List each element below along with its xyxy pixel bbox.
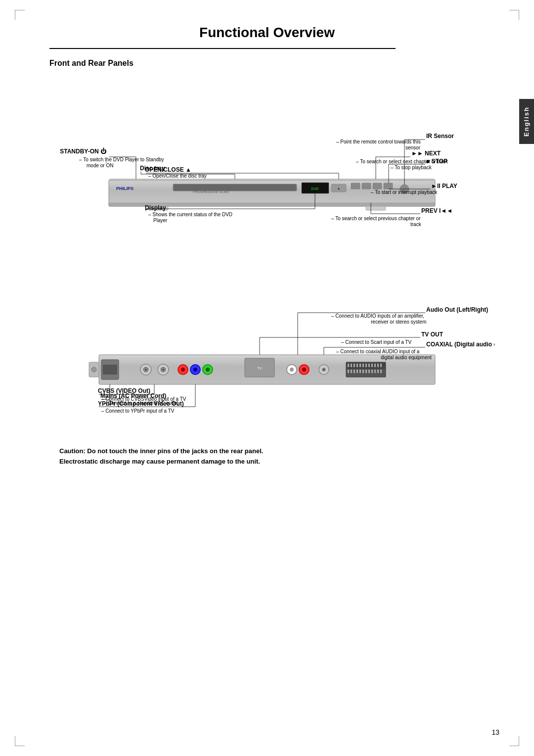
svg-point-69 <box>181 368 185 372</box>
svg-rect-11 <box>362 183 371 189</box>
svg-text:PHILIPS: PHILIPS <box>116 186 134 191</box>
svg-text:digital audio equipment: digital audio equipment <box>381 355 432 360</box>
svg-text:DVD: DVD <box>312 187 319 190</box>
caution-section: Caution: Do not touch the inner pins of … <box>49 446 485 467</box>
svg-rect-102 <box>362 370 364 373</box>
svg-rect-12 <box>373 183 382 189</box>
language-tab: English <box>519 99 534 144</box>
svg-text:YPbPr (Component Video Out): YPbPr (Component Video Out) <box>98 400 184 407</box>
rear-panel-svg: TV <box>49 263 494 422</box>
rear-diagram: TV <box>49 263 494 422</box>
svg-rect-101 <box>359 370 361 373</box>
svg-rect-89 <box>359 364 361 367</box>
page-number: 13 <box>491 728 499 736</box>
svg-rect-105 <box>371 370 373 373</box>
page-container: English Functional Overview Front and Re… <box>0 0 534 756</box>
svg-text:– Point the remote control tow: – Point the remote control towards this <box>336 139 421 144</box>
svg-point-77 <box>290 368 294 372</box>
corner-mark-bl <box>15 736 25 746</box>
caution-line1: Caution: Do not touch the inner pins of … <box>59 446 475 457</box>
svg-rect-94 <box>374 364 376 367</box>
svg-text:▲: ▲ <box>337 187 341 190</box>
svg-rect-17 <box>366 206 386 210</box>
svg-rect-103 <box>365 370 367 373</box>
rear-panel-section: TV <box>49 263 485 422</box>
svg-point-71 <box>193 368 197 372</box>
svg-rect-1 <box>109 179 435 181</box>
svg-rect-13 <box>384 183 393 189</box>
svg-text:track: track <box>410 222 422 227</box>
svg-rect-96 <box>380 364 382 367</box>
svg-point-67 <box>163 369 164 371</box>
svg-rect-92 <box>368 364 370 367</box>
svg-text:mode or ON: mode or ON <box>87 163 113 168</box>
svg-text:– To search or select previous: – To search or select previous chapter o… <box>331 216 421 221</box>
svg-text:– Open/Close the disc tray: – Open/Close the disc tray <box>148 173 207 179</box>
svg-text:CVBS (VIDEO Out): CVBS (VIDEO Out) <box>98 387 150 394</box>
front-panel-section: PHILIPS PROGRESSIVE SCAN DVD ▲ <box>49 80 485 238</box>
svg-point-110 <box>91 367 96 372</box>
main-content: Functional Overview Front and Rear Panel… <box>30 25 504 467</box>
svg-rect-91 <box>365 364 367 367</box>
corner-mark-br <box>509 736 519 746</box>
svg-text:TV: TV <box>258 367 262 370</box>
corner-mark-tl <box>15 10 25 20</box>
svg-text:– To start or interrupt playba: – To start or interrupt playback <box>371 189 438 195</box>
svg-text:receiver or stereo system: receiver or stereo system <box>371 319 426 325</box>
front-diagram: PHILIPS PROGRESSIVE SCAN DVD ▲ <box>49 80 494 238</box>
svg-text:Audio Out (Left/Right): Audio Out (Left/Right) <box>426 306 488 313</box>
svg-text:–  Connect to YPbPr input of a: – Connect to YPbPr input of a TV <box>101 408 175 414</box>
svg-text:►► NEXT: ►► NEXT <box>411 150 441 157</box>
svg-rect-5 <box>174 185 296 190</box>
svg-rect-93 <box>371 364 373 367</box>
svg-text:STANDBY-ON ⏻: STANDBY-ON ⏻ <box>60 147 106 155</box>
svg-rect-100 <box>356 370 358 373</box>
svg-point-64 <box>145 369 147 371</box>
svg-rect-90 <box>362 364 364 367</box>
svg-text:PREV I◄◄: PREV I◄◄ <box>421 207 452 214</box>
svg-rect-88 <box>356 364 358 367</box>
svg-rect-98 <box>351 370 352 373</box>
svg-text:TV OUT: TV OUT <box>421 331 444 338</box>
svg-rect-107 <box>377 370 379 373</box>
svg-rect-86 <box>351 364 352 367</box>
svg-rect-99 <box>354 370 355 373</box>
svg-text:– Shows the current status of : – Shows the current status of the DVD <box>148 212 232 217</box>
svg-text:COAXIAL (Digital audio out): COAXIAL (Digital audio out) <box>426 341 494 348</box>
svg-text:►II PLAY: ►II PLAY <box>431 183 457 189</box>
svg-text:sensor: sensor <box>405 145 421 150</box>
svg-text:– To switch the DVD Player to : – To switch the DVD Player to Standby <box>79 157 164 162</box>
title-divider <box>49 48 396 49</box>
svg-text:■ STOP: ■ STOP <box>426 158 447 165</box>
svg-text:– To stop playback: – To stop playback <box>391 165 432 170</box>
svg-rect-104 <box>368 370 370 373</box>
svg-rect-87 <box>354 364 355 367</box>
page-title: Functional Overview <box>49 25 485 41</box>
svg-point-73 <box>206 368 210 372</box>
svg-rect-10 <box>351 183 360 189</box>
svg-point-82 <box>323 369 325 371</box>
section-title: Front and Rear Panels <box>49 59 485 68</box>
svg-point-79 <box>302 368 306 372</box>
svg-text:Display: Display <box>145 204 166 211</box>
svg-rect-61 <box>103 365 117 375</box>
svg-text:– Connect to AUDIO inputs of a: – Connect to AUDIO inputs of an amplifie… <box>331 313 424 319</box>
svg-text:IR Sensor: IR Sensor <box>426 133 454 140</box>
svg-rect-85 <box>348 364 349 367</box>
svg-text:– Connect to Scart input of a : – Connect to Scart input of a TV <box>341 339 411 345</box>
svg-text:– Connect to coaxial AUDIO inp: – Connect to coaxial AUDIO input of a <box>336 349 420 354</box>
svg-rect-108 <box>380 370 382 373</box>
corner-mark-tr <box>509 10 519 20</box>
svg-rect-97 <box>348 370 349 373</box>
svg-text:Player: Player <box>153 218 168 223</box>
front-panel-svg: PHILIPS PROGRESSIVE SCAN DVD ▲ <box>49 80 494 238</box>
svg-text:OPEN/CLOSE ▲: OPEN/CLOSE ▲ <box>145 166 191 173</box>
svg-rect-106 <box>374 370 376 373</box>
caution-line2: Electrostatic discharge may cause perman… <box>59 457 475 467</box>
svg-rect-95 <box>377 364 379 367</box>
